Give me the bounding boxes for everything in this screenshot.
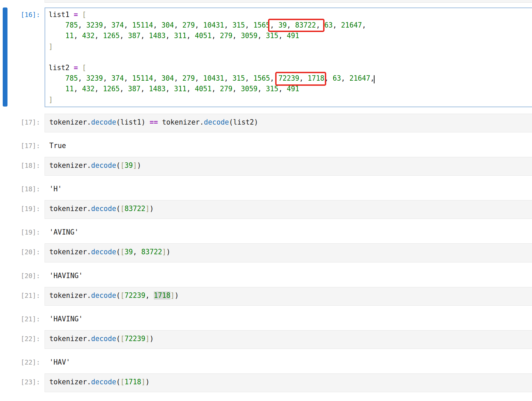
code-token: , — [78, 21, 82, 29]
code-token: . — [87, 118, 91, 126]
code-token: 21647 — [349, 74, 370, 82]
code-token: ( — [229, 118, 233, 126]
code-token: decode — [91, 335, 116, 343]
code-input[interactable]: tokenizer.decode([39]) — [45, 157, 532, 176]
code-token — [216, 85, 220, 93]
code-line: tokenizer.decode([1718]) — [49, 378, 532, 388]
code-cell: [22]: tokenizer.decode([72239]) [22]: 'H… — [0, 330, 532, 367]
code-token: [ — [120, 378, 124, 386]
code-token: ) — [145, 378, 149, 386]
cell-output-area: [20]: 'HAVING' — [0, 271, 532, 280]
code-token — [178, 21, 182, 29]
input-prompt: [19]: — [0, 200, 45, 213]
code-token — [49, 32, 65, 40]
code-token — [145, 32, 149, 40]
code-input[interactable]: tokenizer.decode([72239]) — [45, 330, 532, 349]
code-input[interactable]: tokenizer.decode([1718]) — [45, 373, 532, 392]
code-token: tokenizer — [49, 378, 87, 386]
code-token: 63 — [324, 21, 333, 29]
code-token: , — [245, 21, 249, 29]
code-token: == — [150, 118, 158, 126]
code-token: 11 — [65, 85, 74, 93]
code-token: , — [224, 74, 228, 82]
cell-output-area: [22]: 'HAV' — [0, 358, 532, 367]
code-token — [49, 85, 65, 93]
code-token: , — [224, 21, 228, 29]
code-token: ) — [141, 118, 145, 126]
code-token: 10431 — [203, 21, 224, 29]
code-token: 491 — [287, 32, 299, 40]
code-token — [124, 85, 128, 93]
code-token: decode — [91, 248, 116, 256]
code-cell: [18]: tokenizer.decode([39]) [18]: 'H' — [0, 157, 532, 193]
code-token: , — [120, 85, 124, 93]
output-text: 'HAV' — [45, 358, 70, 367]
code-token: tokenizer — [49, 335, 87, 343]
code-line: tokenizer.decode([72239]) — [49, 334, 532, 345]
cell-output-area: [21]: 'HAVING' — [0, 315, 532, 323]
code-token: , — [120, 32, 124, 40]
code-token: , — [245, 74, 249, 82]
code-token — [69, 11, 73, 19]
code-token: decode — [91, 378, 116, 386]
code-token: 387 — [128, 85, 140, 93]
code-token — [78, 32, 82, 40]
cell-output-area: [19]: 'AVING' — [0, 228, 532, 237]
code-token: ) — [254, 118, 258, 126]
code-token — [158, 118, 162, 126]
code-token — [249, 74, 253, 82]
code-token: 315 — [232, 21, 245, 29]
code-token: , — [232, 32, 236, 40]
code-token: , — [257, 32, 262, 40]
code-token: 1483 — [149, 85, 166, 93]
code-token: , — [124, 21, 128, 29]
code-token — [283, 32, 287, 40]
code-token — [145, 85, 149, 93]
code-input[interactable]: tokenizer.decode(list1) == tokenizer.dec… — [45, 114, 532, 132]
cell-selection-bar[interactable] — [3, 7, 7, 107]
code-token: decode — [91, 118, 116, 126]
code-token: , — [166, 85, 170, 93]
output-prompt: [17]: — [0, 141, 45, 150]
output-prompt: [20]: — [0, 271, 45, 280]
code-token: , — [362, 21, 366, 29]
code-token: tokenizer — [49, 291, 87, 300]
code-token — [345, 74, 349, 82]
code-token: , — [95, 85, 99, 93]
code-input[interactable]: tokenizer.decode([72239, 1718]) — [45, 287, 532, 306]
code-token: 83722 — [124, 205, 145, 213]
code-token: , — [257, 85, 262, 93]
code-token: 15114 — [132, 21, 153, 29]
code-editor-16[interactable]: list1 = [ 785, 3239, 374, 15114, 304, 27… — [45, 7, 532, 107]
code-token: 11 — [65, 32, 74, 40]
code-token: tokenizer — [49, 161, 87, 170]
code-token: , — [212, 32, 216, 40]
code-input[interactable]: tokenizer.decode([83722]) — [45, 200, 532, 219]
code-token: 3059 — [241, 85, 257, 93]
code-token: ] — [49, 96, 53, 104]
code-input[interactable]: tokenizer.decode([39, 83722]) — [45, 243, 532, 262]
code-token: ( — [116, 335, 120, 343]
code-token: 315 — [232, 74, 245, 82]
code-cell: [20]: tokenizer.decode([39, 83722]) [20]… — [0, 243, 532, 280]
code-token — [82, 74, 86, 82]
code-token — [128, 21, 132, 29]
code-line: tokenizer.decode([72239, 1718]) — [49, 291, 532, 302]
code-token: ( — [116, 291, 120, 300]
cell-input-area: [22]: tokenizer.decode([72239]) — [0, 330, 532, 349]
code-token: , — [145, 291, 149, 300]
code-cell: [23]: tokenizer.decode([1718]) [23]: 'IN… — [0, 373, 532, 401]
notebook: [16]: list1 = [ 785, 3239, 374, 15114, 3… — [0, 0, 532, 401]
code-token: 785 — [65, 74, 78, 82]
code-token: decode — [91, 291, 116, 300]
code-token: [ — [120, 205, 124, 213]
code-token: 63 — [333, 74, 341, 82]
code-line: ] — [49, 42, 532, 52]
cell-output-area: [17]: True — [0, 141, 532, 150]
code-line — [49, 52, 532, 63]
code-token — [249, 21, 253, 29]
text-cursor — [374, 75, 375, 83]
code-token: [ — [120, 161, 124, 170]
code-token — [137, 248, 141, 256]
code-token: tokenizer — [49, 248, 87, 256]
